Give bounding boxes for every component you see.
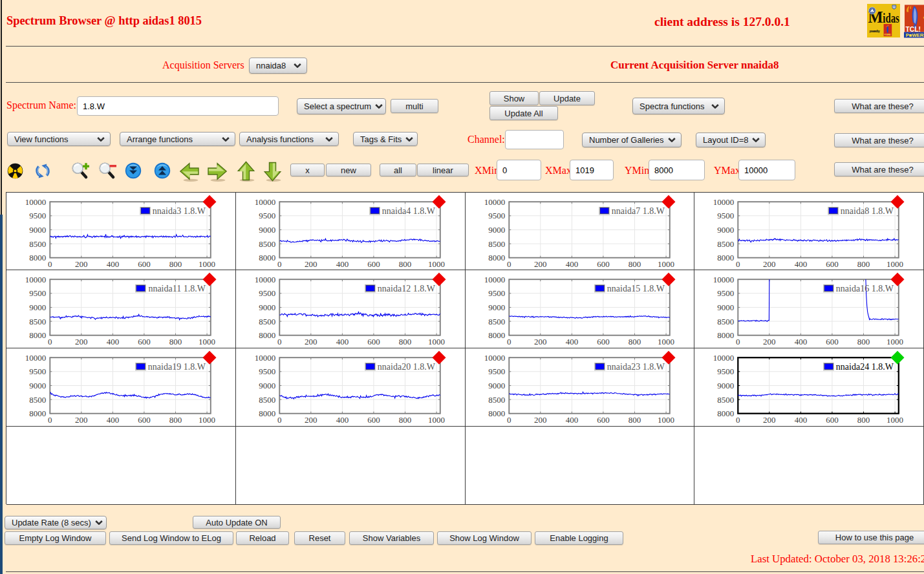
- svg-text:8500: 8500: [29, 317, 46, 326]
- svg-text:9500: 9500: [717, 289, 734, 299]
- svg-text:9000: 9000: [717, 225, 734, 235]
- svg-text:200: 200: [305, 415, 317, 425]
- svg-text:10000: 10000: [484, 275, 505, 284]
- svg-text:600: 600: [597, 415, 610, 425]
- svg-text:8000: 8000: [259, 253, 275, 262]
- svg-text:200: 200: [763, 337, 776, 346]
- svg-text:0: 0: [507, 337, 511, 346]
- svg-text:600: 600: [367, 337, 380, 346]
- svg-text:0: 0: [277, 259, 282, 268]
- svg-text:10000: 10000: [25, 275, 47, 284]
- svg-text:400: 400: [107, 337, 120, 346]
- svg-text:400: 400: [336, 259, 349, 268]
- svg-text:9500: 9500: [717, 211, 734, 220]
- svg-text:0: 0: [277, 415, 282, 425]
- svg-text:8000: 8000: [29, 409, 46, 418]
- svg-text:nnaida24 1.8.W: nnaida24 1.8.W: [836, 363, 894, 372]
- svg-text:200: 200: [305, 337, 317, 346]
- svg-text:800: 800: [857, 415, 870, 425]
- svg-text:nnaida8 1.8.W: nnaida8 1.8.W: [841, 206, 894, 216]
- svg-text:8000: 8000: [488, 253, 505, 262]
- svg-text:200: 200: [763, 415, 776, 425]
- svg-text:1000: 1000: [199, 337, 215, 346]
- svg-text:nnaida16 1.8.W: nnaida16 1.8.W: [836, 284, 894, 294]
- svg-text:800: 800: [169, 415, 182, 425]
- svg-text:800: 800: [628, 337, 641, 346]
- svg-text:600: 600: [826, 259, 839, 268]
- svg-text:200: 200: [75, 415, 88, 425]
- svg-text:200: 200: [534, 337, 547, 346]
- svg-text:200: 200: [75, 337, 88, 346]
- svg-text:9500: 9500: [29, 289, 46, 299]
- svg-text:1000: 1000: [428, 415, 445, 425]
- svg-text:9500: 9500: [488, 211, 505, 220]
- svg-text:10000: 10000: [25, 353, 47, 363]
- svg-text:8000: 8000: [717, 409, 734, 418]
- svg-text:0: 0: [736, 337, 740, 346]
- svg-text:9000: 9000: [717, 303, 734, 312]
- svg-text:8500: 8500: [488, 239, 505, 248]
- svg-text:8500: 8500: [717, 317, 734, 326]
- svg-text:600: 600: [597, 337, 610, 346]
- svg-text:600: 600: [138, 415, 151, 425]
- svg-text:8500: 8500: [29, 239, 46, 248]
- svg-text:9500: 9500: [717, 367, 734, 377]
- svg-text:8500: 8500: [488, 395, 505, 405]
- svg-text:800: 800: [628, 259, 641, 268]
- svg-text:8500: 8500: [717, 239, 734, 248]
- svg-text:9000: 9000: [488, 303, 505, 312]
- svg-text:800: 800: [399, 337, 412, 346]
- svg-text:0: 0: [736, 259, 740, 268]
- svg-text:9000: 9000: [488, 225, 505, 235]
- svg-text:8000: 8000: [29, 253, 46, 262]
- svg-text:8000: 8000: [29, 331, 46, 341]
- svg-text:8000: 8000: [717, 331, 734, 341]
- svg-text:1000: 1000: [658, 415, 674, 425]
- svg-text:10000: 10000: [713, 353, 735, 363]
- svg-text:0: 0: [48, 415, 52, 425]
- svg-text:400: 400: [336, 337, 349, 346]
- svg-text:400: 400: [107, 415, 120, 425]
- svg-text:nnaida12 1.8.W: nnaida12 1.8.W: [378, 284, 436, 294]
- svg-text:10000: 10000: [25, 197, 47, 206]
- svg-text:400: 400: [795, 337, 808, 346]
- svg-text:10000: 10000: [713, 275, 735, 284]
- svg-text:9000: 9000: [29, 381, 46, 390]
- svg-text:1000: 1000: [428, 337, 445, 346]
- svg-text:P■WERED: P■WERED: [906, 32, 924, 38]
- svg-text:nnaida4 1.8.W: nnaida4 1.8.W: [382, 206, 436, 216]
- svg-text:8000: 8000: [259, 331, 275, 341]
- svg-text:0: 0: [736, 415, 740, 425]
- svg-text:nnaida20 1.8.W: nnaida20 1.8.W: [378, 363, 436, 372]
- svg-text:10000: 10000: [255, 197, 276, 206]
- svg-text:0: 0: [507, 259, 511, 268]
- svg-text:400: 400: [565, 415, 578, 425]
- svg-text:600: 600: [826, 415, 839, 425]
- svg-text:9500: 9500: [29, 211, 46, 220]
- svg-text:200: 200: [534, 259, 547, 268]
- svg-text:8000: 8000: [488, 331, 505, 341]
- svg-text:8000: 8000: [717, 253, 734, 262]
- svg-text:800: 800: [169, 337, 182, 346]
- svg-text:600: 600: [138, 337, 151, 346]
- svg-text:200: 200: [534, 415, 547, 425]
- svg-text:1000: 1000: [886, 337, 903, 346]
- svg-text:8000: 8000: [488, 409, 505, 418]
- svg-text:10000: 10000: [255, 275, 276, 284]
- svg-text:1000: 1000: [886, 415, 903, 425]
- svg-text:nnaida19 1.8.W: nnaida19 1.8.W: [148, 363, 206, 372]
- svg-text:9500: 9500: [259, 289, 275, 299]
- svg-text:8500: 8500: [488, 317, 505, 326]
- svg-text:8500: 8500: [259, 239, 275, 248]
- svg-text:600: 600: [597, 259, 610, 268]
- svg-text:1000: 1000: [199, 415, 215, 425]
- svg-text:9000: 9000: [488, 381, 505, 390]
- svg-text:9500: 9500: [29, 367, 46, 377]
- svg-text:400: 400: [336, 415, 349, 425]
- svg-text:9500: 9500: [259, 211, 275, 220]
- svg-text:400: 400: [565, 337, 578, 346]
- svg-text:400: 400: [565, 259, 578, 268]
- svg-text:200: 200: [305, 259, 317, 268]
- svg-text:9500: 9500: [488, 289, 505, 299]
- svg-text:9500: 9500: [488, 367, 505, 377]
